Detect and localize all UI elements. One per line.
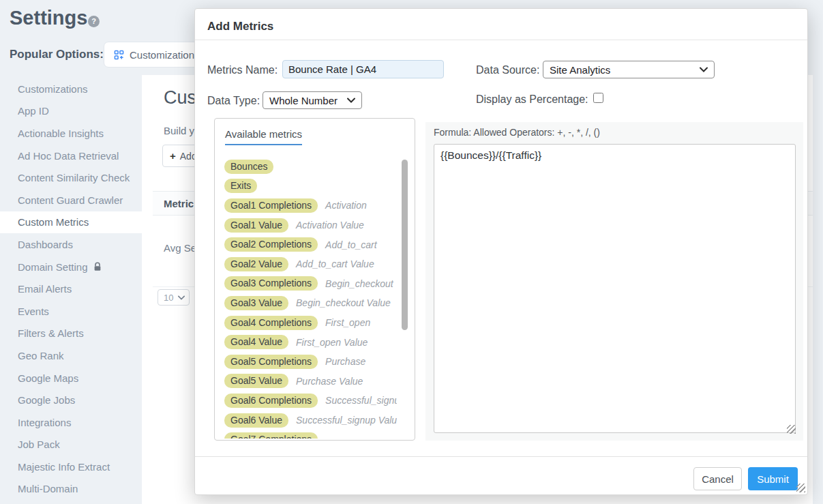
sidebar-item-label: Content Similarity Check xyxy=(18,172,130,183)
sidebar-item-filters-alerts[interactable]: Filters & Alerts xyxy=(0,323,151,345)
metric-chip[interactable]: Goal4 Value xyxy=(224,335,288,349)
sidebar-item-multi-domain[interactable]: Multi-Domain xyxy=(0,478,151,501)
metric-chip-row: Goal6 ValueSuccessful_signup Value xyxy=(224,411,397,430)
formula-textarea[interactable]: {{Bounces}}/{{Traffic}} xyxy=(434,144,796,433)
page-size-value: 10 xyxy=(164,293,173,303)
display-as-percentage-checkbox[interactable] xyxy=(593,93,603,103)
sidebar-item-label: Ad Hoc Data Retrieval xyxy=(18,150,119,162)
sidebar-item-label: Google Jobs xyxy=(18,394,75,406)
data-source-select[interactable]: Site Analytics xyxy=(543,61,715,78)
help-icon[interactable]: ? xyxy=(88,16,100,27)
metric-chip-hint: Purchase xyxy=(325,356,365,367)
sidebar-item-dashboards[interactable]: Dashboards xyxy=(0,233,151,256)
metric-chip-hint: Add_to_cart Value xyxy=(296,258,374,269)
metric-chip-row: Goal4 CompletionsFirst_open xyxy=(224,313,397,333)
metric-chip-hint: Activation xyxy=(325,200,367,211)
metric-chip-row: Exits xyxy=(224,177,397,196)
metric-chip[interactable]: Goal5 Completions xyxy=(224,355,318,369)
metric-chip[interactable]: Goal2 Value xyxy=(224,257,288,271)
tab-available-metrics[interactable]: Available metrics xyxy=(225,128,302,145)
cancel-button[interactable]: Cancel xyxy=(693,467,742,490)
metrics-name-input[interactable] xyxy=(282,60,444,78)
sidebar-item-custom-metrics[interactable]: Custom Metrics xyxy=(0,211,151,234)
metric-chip[interactable]: Goal7 Completions xyxy=(224,432,318,439)
metric-chip[interactable]: Goal3 Completions xyxy=(224,276,318,291)
customizations-button-label: Customizations xyxy=(130,49,200,61)
metric-chip-hint: Begin_checkout xyxy=(325,278,393,289)
page-title: Settings xyxy=(10,7,87,29)
data-type-label: Data Type: xyxy=(207,95,260,107)
metric-chip[interactable]: Goal5 Value xyxy=(224,374,288,388)
data-source-label: Data Source: xyxy=(476,64,539,76)
sidebar-item-integrations[interactable]: Integrations xyxy=(0,411,151,434)
metric-chip-hint: First_open xyxy=(325,317,370,328)
popular-options-label: Popular Options: xyxy=(10,48,104,61)
sidebar-item-label: Actionable Insights xyxy=(18,128,104,139)
sidebar-item-label: Customizations xyxy=(18,83,88,95)
data-type-value: Whole Number xyxy=(269,95,338,106)
metric-chip[interactable]: Goal2 Completions xyxy=(224,237,318,252)
metric-chip[interactable]: Goal3 Value xyxy=(224,296,288,310)
textarea-resize-handle[interactable] xyxy=(787,425,796,434)
sidebar-item-content-guard-crawler[interactable]: Content Guard Crawler xyxy=(0,189,151,211)
metrics-name-label: Metrics Name: xyxy=(207,64,278,76)
page-size-select[interactable]: 10 xyxy=(158,289,190,306)
sidebar-item-geo-rank[interactable]: Geo Rank xyxy=(0,344,151,367)
sidebar-item-google-maps[interactable]: Google Maps xyxy=(0,367,151,389)
metric-chip-row: Goal2 CompletionsAdd_to_cart xyxy=(224,235,397,254)
metric-chip-row: Goal1 ValueActivation Value xyxy=(224,216,397,235)
sidebar-item-label: Dashboards xyxy=(18,239,73,250)
available-metrics-list: BouncesExitsGoal1 CompletionsActivationG… xyxy=(224,157,397,439)
metric-chip-hint: Begin_checkout Value xyxy=(296,297,391,308)
metric-chip-row: Bounces xyxy=(224,157,397,177)
metric-chip[interactable]: Goal1 Completions xyxy=(224,198,318,213)
metric-table-cell: Avg Se xyxy=(164,242,196,254)
metric-chip-hint: Add_to_cart xyxy=(325,239,377,250)
sidebar-item-content-similarity-check[interactable]: Content Similarity Check xyxy=(0,166,151,189)
metric-chip[interactable]: Bounces xyxy=(224,160,273,174)
available-metrics-panel: Available metrics BouncesExitsGoal1 Comp… xyxy=(214,118,415,441)
chevron-down-icon xyxy=(178,295,185,300)
metric-chip-row: Goal3 CompletionsBegin_checkout xyxy=(224,274,397,294)
sidebar-item-google-jobs[interactable]: Google Jobs xyxy=(0,389,151,411)
modal-title: Add Metrics xyxy=(207,20,273,33)
sidebar-item-job-pack[interactable]: Job Pack xyxy=(0,434,151,456)
sidebar-item-label: Custom Metrics xyxy=(18,216,89,228)
sidebar-item-label: Multi-Domain xyxy=(18,483,78,494)
sidebar-item-label: Content Guard Crawler xyxy=(18,194,123,206)
metric-chip[interactable]: Goal4 Completions xyxy=(224,316,318,330)
sidebar-item-label: Domain Setting xyxy=(18,261,88,273)
sidebar-item-ad-hoc-data-retrieval[interactable]: Ad Hoc Data Retrieval xyxy=(0,145,151,167)
submit-button[interactable]: Submit xyxy=(748,467,798,490)
sidebar-item-actionable-insights[interactable]: Actionable Insights xyxy=(0,122,151,145)
metric-chip[interactable]: Goal1 Value xyxy=(224,218,288,233)
modal-header-divider xyxy=(195,40,807,40)
sidebar-item-customizations[interactable]: Customizations xyxy=(0,78,151,100)
formula-label: Formula: Allowed Operators: +, -, *, /, … xyxy=(434,127,600,138)
chevron-down-icon xyxy=(700,67,708,72)
plus-icon: + xyxy=(170,150,176,162)
add-metrics-modal: Add Metrics Metrics Name: Data Source: S… xyxy=(194,8,808,495)
data-type-select[interactable]: Whole Number xyxy=(263,91,362,109)
metric-chip-row: Goal2 ValueAdd_to_cart Value xyxy=(224,254,397,274)
metric-chip-hint: Activation Value xyxy=(296,220,364,231)
metric-chip-hint: Successful_signup Value xyxy=(296,415,397,426)
sidebar-item-majestic-info-extract[interactable]: Majestic Info Extract xyxy=(0,456,151,478)
sidebar-item-domain-setting[interactable]: Domain Setting xyxy=(0,256,151,278)
sidebar-item-label: Email Alerts xyxy=(18,283,72,295)
sidebar-item-email-alerts[interactable]: Email Alerts xyxy=(0,278,151,300)
chevron-down-icon xyxy=(347,98,355,103)
data-source-value: Site Analytics xyxy=(550,64,610,76)
metric-chip[interactable]: Goal6 Value xyxy=(224,413,288,428)
metric-chip-hint: First_open Value xyxy=(296,337,368,348)
metrics-list-scrollbar[interactable] xyxy=(402,160,408,330)
sidebar-item-label: Google Maps xyxy=(18,372,78,384)
metric-chip[interactable]: Exits xyxy=(224,179,257,193)
sidebar-item-label: Job Pack xyxy=(18,439,60,450)
sidebar-item-app-id[interactable]: App ID xyxy=(0,100,151,123)
sidebar-item-events[interactable]: Events xyxy=(0,300,151,323)
modal-resize-handle[interactable] xyxy=(796,484,805,492)
grid-icon xyxy=(114,50,124,60)
metric-chip[interactable]: Goal6 Completions xyxy=(224,394,318,408)
metric-chip-row: Goal7 Completions xyxy=(224,430,397,439)
